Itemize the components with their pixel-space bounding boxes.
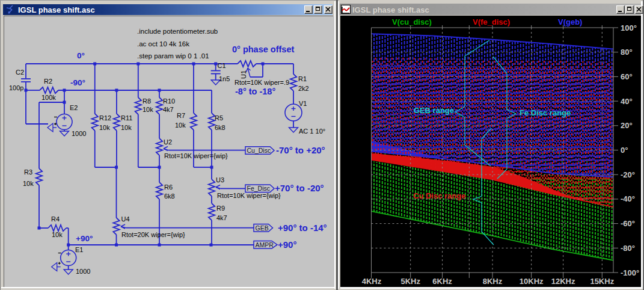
svg-text:2k2: 2k2 (298, 85, 309, 92)
svg-text:U2: U2 (164, 138, 172, 146)
svg-text:U4: U4 (121, 215, 130, 223)
svg-text:E1: E1 (75, 246, 83, 253)
svg-text:Rtot=20K wiper={wip}: Rtot=20K wiper={wip} (121, 231, 185, 238)
svg-text:-20°: -20° (621, 170, 635, 179)
svg-text:100p: 100p (9, 84, 23, 91)
svg-text:4k7: 4k7 (163, 106, 174, 113)
svg-text:-60°: -60° (621, 219, 635, 228)
svg-text:U1: U1 (240, 70, 247, 79)
svg-text:80°: 80° (621, 48, 633, 57)
svg-text:1000: 1000 (76, 268, 90, 275)
svg-text:R6: R6 (164, 184, 173, 191)
svg-text:6k8: 6k8 (215, 124, 225, 131)
svg-text:60°: 60° (621, 72, 633, 81)
svg-text:V(fe_disc): V(fe_disc) (473, 17, 510, 26)
svg-text:+90°: +90° (76, 234, 93, 243)
svg-text:.ac oct 10 4k 16k: .ac oct 10 4k 16k (137, 40, 189, 48)
svg-text:Fe_Disc: Fe_Disc (247, 185, 271, 192)
svg-text:1n5: 1n5 (219, 75, 230, 82)
svg-text:R11: R11 (121, 114, 132, 122)
svg-text:10k: 10k (23, 180, 34, 187)
svg-text:10k: 10k (175, 122, 186, 129)
svg-text:V(cu_disc): V(cu_disc) (392, 17, 432, 26)
svg-text:AMPR: AMPR (256, 241, 274, 248)
svg-text:4KHz: 4KHz (362, 277, 382, 286)
svg-text:-40°: -40° (621, 194, 635, 203)
svg-text:10KHz: 10KHz (520, 277, 544, 286)
svg-text:.include potentiometer.sub: .include potentiometer.sub (137, 28, 218, 35)
svg-text:AC 1 10°: AC 1 10° (299, 128, 325, 135)
svg-text:100k: 100k (41, 94, 56, 101)
svg-text:10k: 10k (99, 124, 110, 131)
svg-text:10k: 10k (52, 231, 63, 238)
svg-text:V(geb): V(geb) (558, 17, 582, 26)
svg-text:0°: 0° (77, 51, 85, 60)
svg-text:Fe Disc range: Fe Disc range (520, 108, 571, 117)
svg-text:5KHz: 5KHz (400, 277, 420, 286)
svg-text:GEB: GEB (256, 224, 269, 232)
svg-text:R12: R12 (99, 114, 111, 122)
svg-text:12KHz: 12KHz (551, 277, 575, 286)
svg-text:10k: 10k (143, 106, 153, 113)
svg-text:0° phase offset: 0° phase offset (232, 45, 294, 54)
svg-text:GEB range: GEB range (414, 106, 454, 115)
svg-text:1000: 1000 (72, 130, 86, 137)
svg-text:8KHz: 8KHz (483, 277, 503, 286)
svg-text:R8: R8 (143, 97, 151, 105)
svg-text:.step param wip 0 1 .01: .step param wip 0 1 .01 (137, 52, 209, 60)
svg-text:E2: E2 (70, 104, 78, 111)
svg-text:Cu Disc range: Cu Disc range (413, 191, 465, 200)
svg-text:100°: 100° (621, 23, 637, 32)
svg-text:20°: 20° (621, 121, 633, 130)
svg-text:C2: C2 (16, 69, 24, 76)
svg-text:R4: R4 (51, 215, 60, 223)
svg-text:U3: U3 (216, 176, 224, 184)
svg-text:R3: R3 (24, 168, 32, 176)
svg-text:Rtot=10K wiper={wip}: Rtot=10K wiper={wip} (217, 192, 281, 199)
svg-text:C1: C1 (218, 62, 226, 69)
svg-text:0°: 0° (621, 146, 628, 155)
svg-text:-90°: -90° (70, 78, 85, 87)
svg-text:R9: R9 (216, 205, 225, 212)
svg-text:R5: R5 (215, 114, 223, 122)
svg-text:+90°: +90° (278, 239, 296, 250)
svg-text:+90° to -14°: +90° to -14° (278, 223, 327, 233)
svg-text:-80°: -80° (621, 244, 635, 253)
svg-text:15KHz: 15KHz (590, 277, 614, 286)
svg-text:Cu_Disc: Cu_Disc (247, 147, 271, 154)
svg-text:6KHz: 6KHz (432, 277, 452, 286)
svg-text:-70° to +20°: -70° to +20° (276, 145, 325, 155)
svg-text:V1: V1 (299, 100, 307, 107)
svg-text:4k7: 4k7 (216, 214, 227, 221)
svg-text:R7: R7 (177, 112, 185, 119)
svg-text:+70° to -20°: +70° to -20° (275, 183, 324, 193)
svg-text:Rtot=10K wiper=.9: Rtot=10K wiper=.9 (235, 79, 289, 86)
svg-text:-8° to -18°: -8° to -18° (235, 87, 275, 96)
svg-text:6k8: 6k8 (164, 193, 175, 200)
svg-text:10k: 10k (121, 124, 132, 131)
svg-text:40°: 40° (621, 97, 633, 106)
svg-text:R2: R2 (44, 78, 52, 85)
svg-text:Rtot=10K wiper={wip}: Rtot=10K wiper={wip} (164, 152, 228, 159)
svg-text:-100°: -100° (621, 268, 639, 277)
svg-text:R10: R10 (163, 97, 175, 105)
svg-text:R1: R1 (298, 75, 307, 82)
